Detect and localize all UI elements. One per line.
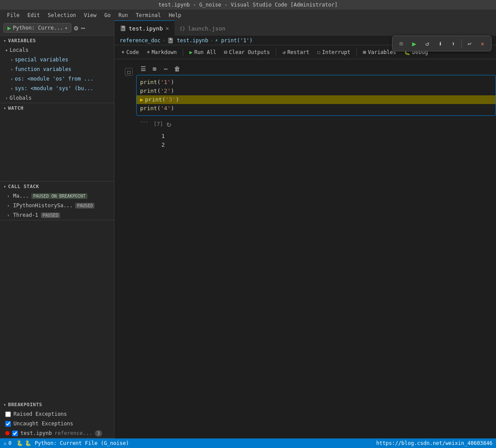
run-config-button[interactable]: ▶ Python: Curre... ▾ — [3, 23, 71, 33]
debug-stop-btn[interactable]: ✕ — [476, 37, 489, 50]
add-markdown-button[interactable]: + Markdown — [143, 48, 180, 57]
clear-icon: ⊟ — [224, 49, 227, 55]
status-left: ⚠ 0 🐍 🐍 Python: Current File (G_noise) — [3, 440, 129, 446]
run-all-label: Run All — [194, 49, 216, 55]
tab-test-ipynb-close[interactable]: × — [165, 25, 169, 32]
tab-test-ipynb[interactable]: 📓 test.ipynb × — [114, 20, 174, 36]
test-ipynb-bp-name: test.ipynb — [20, 430, 52, 436]
code-punc-3a: ( — [162, 95, 165, 104]
variables-label: VARIABLES — [8, 38, 36, 44]
test-ipynb-checkbox[interactable] — [12, 431, 18, 436]
outputs-row: 1 2 — [136, 130, 496, 151]
code-punc-2a: ( — [157, 87, 161, 95]
uncaught-exceptions-item[interactable]: Uncaught Exceptions — [0, 419, 114, 428]
restart-button[interactable]: ↺ Restart — [279, 48, 313, 57]
menu-run[interactable]: Run — [115, 11, 131, 19]
breakpoints-header[interactable]: ▾ BREAKPOINTS — [0, 400, 114, 409]
interrupt-button[interactable]: ☐ Interrupt — [314, 48, 354, 57]
watch-header[interactable]: ▾ WATCH — [0, 103, 114, 113]
test-ipynb-breakpoint-item[interactable]: test.ipynb reference... 3 — [0, 428, 114, 438]
func-arrow: › — [10, 67, 13, 72]
locals-item[interactable]: ▾ Locals — [0, 45, 114, 55]
code-func-2: print — [140, 87, 157, 95]
code-punc-4b: ) — [171, 104, 174, 113]
uncaught-exceptions-checkbox[interactable] — [5, 421, 11, 427]
python-icon: 🐍 — [17, 440, 23, 446]
status-python[interactable]: 🐍 🐍 Python: Current File (G_noise) — [17, 440, 129, 446]
locals-arrow: ▾ — [5, 48, 8, 53]
sys-variable-item[interactable]: › sys: <module 'sys' (bu... — [0, 84, 114, 93]
callstack-ipython-arrow: › — [7, 203, 10, 208]
code-punc-4a: ( — [157, 104, 161, 113]
menu-selection[interactable]: Selection — [44, 11, 80, 19]
code-line-4: print('4') — [140, 104, 492, 113]
menu-go[interactable]: Go — [101, 11, 114, 19]
cell-more-icon[interactable]: ⋯ — [161, 64, 171, 74]
code-punc-1b: ) — [171, 78, 174, 87]
cell-split-icon[interactable]: ⊞ — [149, 64, 160, 74]
breakpoints-label: BREAKPOINTS — [8, 402, 42, 408]
execution-count: [7] — [154, 121, 163, 127]
cell-body: ☰ ⊞ ⋯ 🗑 print('1') — [136, 63, 496, 151]
code-content[interactable]: print('1') print('2') ▶ print('3') — [137, 75, 496, 115]
code-cell: print('1') print('2') ▶ print('3') — [136, 75, 496, 116]
debug-grid-icon[interactable]: ⊞ — [395, 37, 407, 50]
clear-outputs-button[interactable]: ⊟ Clear Outputs — [221, 48, 273, 57]
breadcrumb-reference-doc[interactable]: reference_doc — [120, 37, 161, 44]
notebook-icon: 📓 — [120, 25, 126, 31]
add-code-button[interactable]: + Code — [118, 48, 142, 57]
raised-exceptions-item[interactable]: Raised Exceptions — [0, 409, 114, 419]
debug-stepover-btn[interactable]: ⬇ — [434, 37, 446, 50]
menu-help[interactable]: Help — [165, 11, 185, 19]
variables-chevron: ▾ — [3, 38, 7, 43]
run-all-icon: ▶ — [189, 49, 192, 55]
more-icon[interactable]: ⋯ — [81, 24, 85, 32]
variables-header[interactable]: ▾ VARIABLES — [0, 36, 114, 45]
function-variables-item[interactable]: › function variables — [0, 64, 114, 74]
menu-file[interactable]: File — [3, 11, 23, 19]
test-ipynb-bp-ref: reference... — [54, 430, 92, 436]
cell-delete-icon[interactable]: 🗑 — [172, 64, 182, 74]
menu-edit[interactable]: Edit — [24, 11, 44, 19]
callstack-item-ma[interactable]: › Ma... PAUSED ON BREAKPOINT — [0, 191, 114, 201]
callstack-item-ipython[interactable]: › IPythonHistorySa... PAUSED — [0, 201, 114, 210]
plus-md-icon: + — [147, 49, 150, 55]
test-ipynb-bp-count: 3 — [95, 430, 102, 437]
callstack-header[interactable]: ▾ CALL STACK — [0, 182, 114, 191]
sidebar: ▶ Python: Curre... ▾ ⚙ ⋯ ▾ VARIABLES ▾ L… — [0, 20, 114, 438]
output-gutter: ··· — [136, 118, 152, 130]
debug-more-btn[interactable]: ↩ — [463, 37, 476, 50]
callstack-chevron: ▾ — [3, 184, 7, 189]
nb-sep2 — [276, 48, 276, 56]
cell-run-btn[interactable]: ☐ — [125, 68, 133, 76]
breadcrumb-test-ipynb[interactable]: 📓 test.ipynb — [167, 37, 208, 44]
run-config-label: Python: Curre... — [13, 25, 63, 31]
os-variable-item[interactable]: › os: <module 'os' from ... — [0, 74, 114, 84]
callstack-ipython-name: IPythonHistorySa... — [13, 202, 73, 209]
notebook-content[interactable]: ☐ ☰ ⊞ ⋯ 🗑 — [114, 59, 496, 438]
callstack-item-thread1[interactable]: › Thread-1 PAUSED — [0, 210, 114, 220]
callstack-thread1-arrow: › — [7, 213, 10, 218]
special-variables-item[interactable]: › special variables — [0, 55, 114, 64]
sys-arrow: › — [10, 86, 13, 91]
breakpoints-chevron: ▾ — [3, 402, 7, 407]
warning-icon: ⚠ — [3, 440, 7, 446]
debug-restart-btn[interactable]: ↺ — [421, 37, 433, 50]
tab-launch-json[interactable]: {} launch.json — [174, 20, 231, 36]
globals-item[interactable]: › Globals — [0, 93, 114, 103]
menu-terminal[interactable]: Terminal — [132, 11, 164, 19]
callstack-thread1-badge: PAUSED — [41, 212, 60, 218]
raised-exceptions-checkbox[interactable] — [5, 411, 11, 417]
refresh-icon[interactable]: ↻ — [167, 119, 171, 128]
breakpoints-section: ▾ BREAKPOINTS Raised Exceptions Uncaught… — [0, 400, 114, 438]
settings-icon[interactable]: ⚙ — [74, 24, 78, 32]
status-errors[interactable]: ⚠ 0 — [3, 440, 11, 446]
debug-continue-btn[interactable]: ▶ — [408, 37, 420, 50]
code-line-3-highlighted: ▶ print('3') — [137, 95, 496, 104]
debug-stepinto-btn[interactable]: ⬆ — [447, 37, 459, 50]
breadcrumb-print[interactable]: ⚡ print('1') — [215, 37, 253, 44]
cell-list-icon[interactable]: ☰ — [138, 64, 148, 74]
clear-outputs-label: Clear Outputs — [229, 49, 270, 55]
run-all-button[interactable]: ▶ Run All — [186, 48, 220, 57]
menu-view[interactable]: View — [80, 11, 100, 19]
